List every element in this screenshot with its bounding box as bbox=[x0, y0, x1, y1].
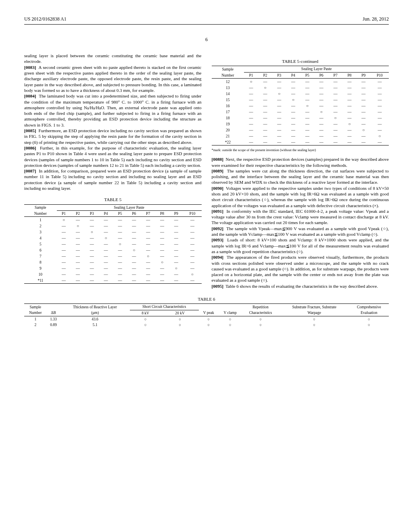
sample-number: 7 bbox=[24, 253, 57, 259]
cell: ○ bbox=[349, 316, 389, 322]
cell: — bbox=[169, 253, 183, 259]
cell: — bbox=[169, 223, 183, 229]
cell: — bbox=[183, 217, 201, 223]
table5-caption: TABLE 5 bbox=[24, 197, 202, 202]
cell: — bbox=[155, 235, 169, 241]
cell: — bbox=[99, 259, 113, 265]
t6-hdr: Sample bbox=[24, 304, 47, 310]
col-hdr: P4 bbox=[286, 72, 300, 78]
table5-cont-caption: TABLE 5-continued bbox=[212, 58, 389, 64]
cell: — bbox=[71, 253, 85, 259]
table-row: 5————○————— bbox=[24, 241, 202, 247]
cell: — bbox=[127, 253, 141, 259]
cell: — bbox=[71, 217, 85, 223]
cell: — bbox=[155, 277, 169, 284]
cell: — bbox=[244, 109, 258, 115]
cell: — bbox=[286, 79, 300, 85]
para-num: [0090] bbox=[212, 186, 223, 191]
col-hdr: P3 bbox=[272, 72, 286, 78]
cell: — bbox=[99, 241, 113, 247]
cell: — bbox=[141, 247, 155, 253]
t6-hdr2: V peak bbox=[199, 310, 219, 316]
table-row: 6—————○———— bbox=[24, 247, 202, 253]
cell: ○ bbox=[244, 79, 258, 85]
table-row: 20.895.1○○○○○○○ bbox=[24, 322, 389, 328]
cell: — bbox=[169, 241, 183, 247]
left-column: sealing layer is placed between the cera… bbox=[24, 53, 202, 289]
cell: ○ bbox=[242, 322, 280, 328]
col-hdr: P2 bbox=[258, 72, 272, 78]
cell: — bbox=[300, 133, 315, 139]
cell: — bbox=[141, 271, 155, 277]
cell: — bbox=[155, 223, 169, 229]
para-num: [0091] bbox=[212, 209, 223, 214]
col-hdr: P9 bbox=[357, 72, 371, 78]
para-text: The samples were cut along the thickness… bbox=[212, 168, 389, 185]
cell: — bbox=[113, 253, 127, 259]
para-text: In conformity with the IEC standard, IEC… bbox=[212, 209, 389, 225]
cell: — bbox=[258, 121, 272, 127]
cell: — bbox=[328, 139, 342, 145]
cell: — bbox=[85, 277, 99, 284]
para-num: [0087] bbox=[24, 168, 36, 173]
cell: — bbox=[244, 91, 258, 97]
cell: — bbox=[258, 127, 272, 133]
cell: — bbox=[272, 97, 286, 103]
table6: Sample Thickness of Reactive Layer Short… bbox=[24, 303, 389, 328]
cell: — bbox=[244, 97, 258, 103]
cell: — bbox=[183, 247, 201, 253]
cell: — bbox=[357, 103, 371, 109]
cell: — bbox=[314, 127, 328, 133]
cell: ○ bbox=[371, 133, 389, 139]
cell: — bbox=[371, 91, 389, 97]
para-text: Next, the respective ESD protection devi… bbox=[212, 157, 389, 167]
cell: — bbox=[113, 259, 127, 265]
table5-a: Sample Sealing Layer Paste Number P1 P2 … bbox=[24, 204, 202, 284]
para-num: [0086] bbox=[24, 145, 36, 150]
para-86: [0086] Further, in this example, for the… bbox=[24, 145, 202, 168]
table-row: 16————○————— bbox=[212, 103, 389, 109]
cell: — bbox=[244, 85, 258, 91]
t6-hdr bbox=[219, 304, 242, 310]
cell: — bbox=[71, 259, 85, 265]
cell: — bbox=[169, 229, 183, 235]
para-text: The sample with Vpeak—max≦900 V was eval… bbox=[212, 226, 389, 237]
cell: — bbox=[183, 223, 201, 229]
cell: — bbox=[314, 133, 328, 139]
cell: — bbox=[127, 259, 141, 265]
para-num: [0084] bbox=[24, 94, 36, 98]
cell: — bbox=[113, 271, 127, 277]
col-hdr: P5 bbox=[300, 72, 315, 78]
cell: ○ bbox=[199, 322, 219, 328]
sample-number: 19 bbox=[212, 121, 244, 127]
cell: — bbox=[342, 133, 357, 139]
cell: — bbox=[272, 121, 286, 127]
table-row: 11.3343.6○○○○○○○ bbox=[24, 316, 389, 322]
cell: — bbox=[314, 121, 328, 127]
cell: — bbox=[85, 217, 99, 223]
col-hdr: P1 bbox=[244, 72, 258, 78]
cell: — bbox=[342, 109, 357, 115]
cell: — bbox=[155, 247, 169, 253]
cell: ○ bbox=[141, 253, 155, 259]
para-num: [0093] bbox=[212, 237, 223, 242]
cell: — bbox=[328, 79, 342, 85]
para-num: [0089] bbox=[212, 168, 223, 173]
para-num: [0094] bbox=[212, 255, 223, 260]
cell: — bbox=[71, 265, 85, 271]
table-row: 15———○—————— bbox=[212, 97, 389, 103]
table6-caption: TABLE 6 bbox=[24, 296, 389, 302]
cell: — bbox=[357, 85, 371, 91]
cell: — bbox=[183, 265, 201, 271]
cell: ○ bbox=[113, 241, 127, 247]
cell: — bbox=[371, 85, 389, 91]
col-hdr: P3 bbox=[85, 210, 99, 216]
para-93: [0093] Loads of short: 8 kV×100 shots an… bbox=[212, 237, 389, 254]
cell: — bbox=[258, 133, 272, 139]
cell: — bbox=[371, 97, 389, 103]
t6-hdr: Substrate Fracture, Substrate bbox=[280, 304, 349, 310]
cell: 2 bbox=[24, 322, 47, 328]
cell: — bbox=[300, 109, 315, 115]
cell: — bbox=[314, 115, 328, 121]
cell: — bbox=[342, 115, 357, 121]
